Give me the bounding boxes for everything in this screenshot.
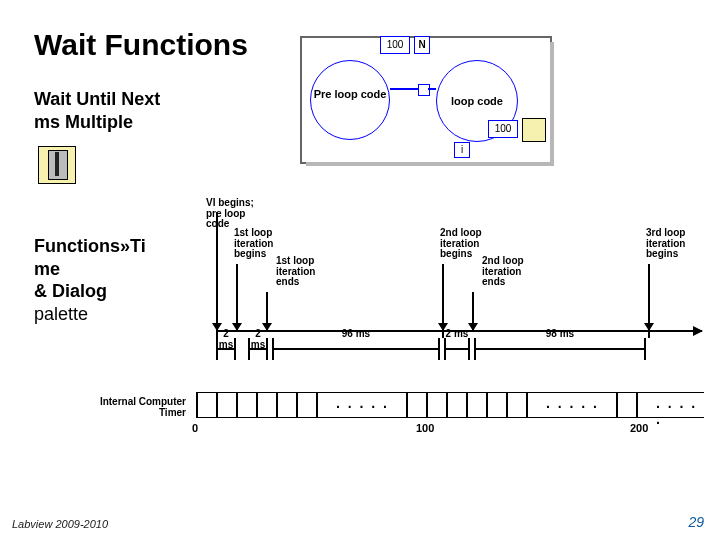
ellipsis: · · · · · [546,399,599,415]
event-arrow [442,264,444,330]
event-label: 3rd loop iteration begins [646,228,702,260]
event-arrow [216,212,218,330]
page-number: 29 [688,514,704,530]
constant-100-inner: 100 [488,120,518,138]
tick-label: 100 [416,422,434,434]
wire [390,88,418,90]
span-bar: 2 ms [216,342,236,356]
event-label: 2nd loop iteration ends [482,256,538,288]
preloop-code-node: Pre loop code [310,60,390,140]
ict-track: · · · · · · · · · · · · · · · [196,392,704,418]
tick-label: 0 [192,422,198,434]
internal-timer-ruler: Internal Computer Timer · · · · · · · · … [84,392,704,440]
event-arrow [266,292,268,330]
palette-path: Functions»Ti me & Dialog palette [34,235,194,325]
labview-block-diagram: 100 N Pre loop code loop code 100 i [300,36,552,164]
ict-label: Internal Computer Timer [84,396,186,418]
span-bar: 96 ms [272,342,440,356]
metronome-icon [38,146,76,184]
span-bar: 2 ms [444,342,470,356]
event-arrow [472,292,474,330]
span-bar: 98 ms [474,342,646,356]
tick-label: 200 [630,422,648,434]
footer-left: Labview 2009-2010 [12,518,108,530]
timing-diagram: VI begins; pre loop code 1st loop iterat… [172,198,702,368]
event-arrow [648,264,650,330]
loop-n-terminal: N [414,36,430,54]
event-label: VI begins; pre loop code [206,198,262,230]
ellipsis: · · · · · [656,399,704,431]
ellipsis: · · · · · [336,399,389,415]
slide-title: Wait Functions [34,28,248,62]
wire [428,88,436,90]
loop-i-terminal: i [454,142,470,158]
event-arrow [236,264,238,330]
metronome-icon [522,118,546,142]
span-bar: 2 ms [248,342,268,356]
wait-function-name: Wait Until Next ms Multiple [34,88,184,133]
constant-100: 100 [380,36,410,54]
sequence-frame-icon [418,84,430,96]
event-label: 1st loop iteration ends [276,256,332,288]
